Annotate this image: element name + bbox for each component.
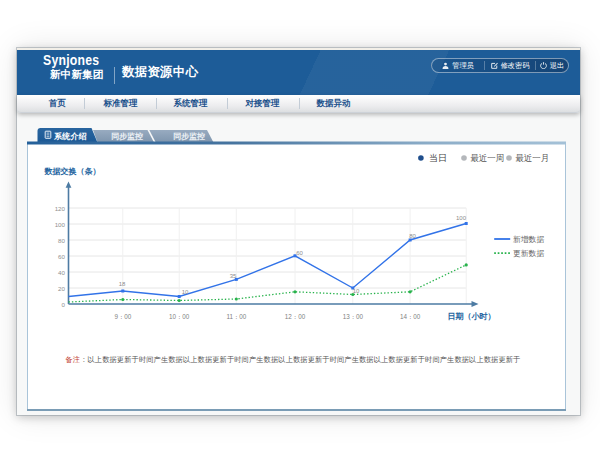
svg-text:18: 18 [119, 281, 126, 287]
svg-text:最近一月: 最近一月 [516, 153, 550, 163]
svg-text:60: 60 [296, 250, 303, 256]
svg-text:系统介绍: 系统介绍 [53, 131, 86, 141]
svg-text:日期（小时）: 日期（小时） [448, 312, 496, 321]
svg-text:当日: 当日 [429, 153, 447, 163]
svg-text:60: 60 [58, 253, 65, 260]
svg-text:10: 10 [353, 288, 360, 294]
svg-text:备注：以上数据更新于时间产生数据以上数据更新于时间产生数据以: 备注：以上数据更新于时间产生数据以上数据更新于时间产生数据以上数据更新于时间产生… [66, 355, 521, 364]
svg-text:10：00: 10：00 [169, 313, 190, 320]
svg-text:新增数据: 新增数据 [513, 235, 544, 244]
svg-text:10: 10 [182, 289, 189, 295]
svg-text:100: 100 [456, 215, 467, 221]
svg-text:35: 35 [230, 273, 237, 279]
svg-text:14：00: 14：00 [400, 313, 421, 320]
svg-text:同步监控: 同步监控 [173, 132, 205, 141]
svg-text:11：00: 11：00 [226, 313, 246, 320]
svg-text:最近一周: 最近一周 [471, 153, 505, 163]
svg-text:13：00: 13：00 [343, 313, 364, 320]
svg-text:0: 0 [62, 301, 66, 308]
svg-text:更新数据: 更新数据 [513, 249, 544, 258]
svg-text:9：00: 9：00 [114, 313, 131, 320]
svg-text:80: 80 [58, 237, 65, 244]
svg-text:数据交换（条）: 数据交换（条） [44, 167, 101, 176]
svg-text:40: 40 [58, 269, 65, 276]
svg-text:20: 20 [58, 285, 65, 292]
svg-text:100: 100 [55, 221, 66, 228]
svg-text:同步监控: 同步监控 [111, 132, 143, 141]
svg-text:80: 80 [409, 233, 416, 239]
svg-text:12：00: 12：00 [285, 313, 306, 320]
svg-text:120: 120 [55, 205, 66, 212]
